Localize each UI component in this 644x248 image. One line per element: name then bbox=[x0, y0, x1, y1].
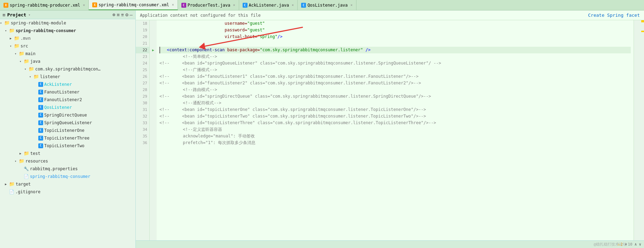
line-num-29: 29 bbox=[136, 93, 149, 100]
expand-arrow: ▾ bbox=[0, 20, 4, 26]
code-text: username= bbox=[225, 21, 247, 26]
tree-item-com[interactable]: ▾ 📁 com.sky.springrabbitmqcon… bbox=[0, 65, 135, 73]
tree-label: spring-rabbitmq-module bbox=[11, 20, 66, 26]
line-num-25: 25 bbox=[136, 67, 149, 73]
code-line-22: <context:component-scan base-package="co… bbox=[159, 47, 631, 53]
java-file-icon: C bbox=[38, 90, 43, 95]
folder-icon: 📁 bbox=[19, 158, 24, 164]
expand-arrow: ▾ bbox=[19, 58, 24, 65]
gutter-empty bbox=[150, 33, 157, 40]
code-line-26: <!-- <bean id="fanoutListener1" class="c… bbox=[159, 73, 631, 80]
tree-label: QosListener bbox=[44, 104, 72, 111]
scrollbar-track[interactable] bbox=[634, 20, 644, 240]
line-num-34: 34 bbox=[136, 126, 149, 133]
close-icon[interactable]: × bbox=[83, 3, 85, 7]
tree-label: src bbox=[21, 43, 28, 49]
tab-consumer-xml[interactable]: X spring-rabbitmq-consumer.xml × bbox=[89, 0, 178, 10]
tree-item-SpringDirectQueue[interactable]: ▶ C SpringDirectQueue bbox=[0, 111, 135, 119]
align-icon[interactable]: ≡ bbox=[117, 12, 119, 17]
tree-item-mvn[interactable]: ▶ 📁 .mvn bbox=[0, 35, 135, 42]
gutter-empty bbox=[150, 133, 157, 140]
line-num-27: 27 bbox=[136, 80, 149, 87]
tree-item-TopicListenerThree[interactable]: ▶ C TopicListenerThree bbox=[0, 134, 135, 142]
collapse-icon[interactable]: ⇈ bbox=[121, 12, 124, 17]
code-line-33: <!-- <bean id="topicListenerThree" class… bbox=[159, 120, 631, 126]
line-num-31: 31 bbox=[136, 106, 149, 113]
minimize-icon[interactable]: — bbox=[130, 12, 133, 17]
tree-label: spring-rabbitmq-consumer bbox=[30, 173, 90, 180]
tree-item-listener[interactable]: ▾ 📁 listener bbox=[0, 73, 135, 81]
expand-arrow: ▶ bbox=[19, 150, 24, 157]
sidebar-icons: ⊕ ≡ ⇈ ⚙ — bbox=[112, 12, 133, 17]
tree-item-test[interactable]: ▶ 📁 test bbox=[0, 150, 135, 157]
tree-item-FanoutListener2[interactable]: ▶ C FanoutListener2 bbox=[0, 96, 135, 104]
code-text: <!-- <bean id="fanoutListener1" class="c… bbox=[159, 74, 418, 79]
tree-item-TopicListenerTwo[interactable]: ▶ C TopicListenerTwo bbox=[0, 142, 135, 150]
code-text: <!-- <bean id="topicListenerThree" class… bbox=[159, 120, 436, 125]
up-button[interactable]: ∧ bbox=[635, 242, 637, 247]
gutter-run-icon[interactable]: ▶ bbox=[150, 47, 157, 53]
tree-label: FanoutListener bbox=[44, 89, 79, 95]
code-text: <!--路由模式--> bbox=[183, 87, 217, 92]
gutter-empty bbox=[150, 140, 157, 146]
tab-producer-test[interactable]: C ProducerTest.java × bbox=[178, 0, 239, 10]
line-num-19: 19 bbox=[136, 27, 149, 33]
cog-icon[interactable]: ⊕ bbox=[112, 12, 115, 17]
code-text: acknowledge="manual": 手动签收 bbox=[183, 134, 255, 138]
tab-qos-listener[interactable]: C QosListener.java × bbox=[298, 0, 356, 10]
code-text: /> bbox=[366, 47, 370, 52]
create-spring-facet-button[interactable]: Create Spring facet bbox=[588, 13, 640, 18]
tree-item-root[interactable]: ▾ 📁 spring-rabbitmq-module bbox=[0, 19, 135, 27]
tree-item-main[interactable]: ▾ 📁 main bbox=[0, 50, 135, 58]
code-line-34: <!--定义监听器容器 bbox=[159, 126, 631, 133]
xml-file-icon: 📄 bbox=[24, 173, 29, 180]
line-num-24: 24 bbox=[136, 60, 149, 67]
close-icon[interactable]: × bbox=[292, 3, 294, 7]
tree-item-SpringQueueListener[interactable]: ▶ C SpringQueueListener bbox=[0, 119, 135, 127]
tree-label: resources bbox=[25, 158, 48, 164]
gutter-empty bbox=[150, 60, 157, 67]
tree-label: target bbox=[16, 181, 31, 187]
down-button[interactable]: ∨ bbox=[639, 242, 641, 247]
code-line-25: <!--广播模式--> bbox=[159, 67, 631, 73]
sidebar-header: ▤ Project ▾ ⊕ ≡ ⇈ ⚙ — bbox=[0, 10, 135, 19]
code-text: prefetch="1": 每次抓取多少条消息 bbox=[183, 140, 256, 145]
tree-item-AckListener[interactable]: ▶ C AckListener bbox=[0, 81, 135, 88]
code-text: <!-- <bean id="springQueueListener" clas… bbox=[159, 61, 441, 66]
tree-item-TopicListenerOne[interactable]: ▶ C TopicListenerOne bbox=[0, 127, 135, 134]
tab-producer-xml[interactable]: X spring-rabbitmq-producer.xml × bbox=[0, 0, 89, 10]
code-content[interactable]: username="guest" password="guest" virtua… bbox=[157, 20, 634, 240]
line-num-32: 32 bbox=[136, 113, 149, 120]
line-num-36: 36 bbox=[136, 140, 149, 146]
tree-item-rabbitmq-prop[interactable]: ▶ 🔧 rabbitmq.properties bbox=[0, 165, 135, 173]
expand-arrow: ▾ bbox=[10, 43, 14, 49]
tree-item-java[interactable]: ▾ 📁 java bbox=[0, 58, 135, 65]
tab-ack-listener[interactable]: C AckListener.java × bbox=[239, 0, 298, 10]
code-text: password= bbox=[225, 28, 247, 32]
tree-item-gitignore[interactable]: ▶ 📄 .gitignore bbox=[0, 188, 135, 196]
tree-item-consumer[interactable]: ▾ 📁 spring-rabbitmq-consumer bbox=[0, 27, 135, 35]
tab-label: QosListener.java bbox=[307, 3, 348, 8]
tree-item-src[interactable]: ▾ 📁 src bbox=[0, 42, 135, 50]
code-text: /> bbox=[277, 34, 282, 39]
close-icon[interactable]: × bbox=[351, 3, 353, 7]
tree-item-resources[interactable]: ▾ 📁 resources bbox=[0, 157, 135, 165]
dropdown-arrow[interactable]: ▾ bbox=[28, 13, 30, 17]
prop-file-icon: 🔧 bbox=[24, 166, 29, 172]
close-icon[interactable]: × bbox=[172, 3, 174, 7]
close-icon[interactable]: × bbox=[233, 3, 235, 7]
gutter-empty bbox=[150, 113, 157, 120]
settings-icon[interactable]: ⚙ bbox=[125, 12, 128, 17]
gutter-empty bbox=[150, 27, 157, 33]
tree-item-spring-consumer-xml[interactable]: ▶ 📄 spring-rabbitmq-consumer bbox=[0, 173, 135, 180]
code-line-35: acknowledge="manual": 手动签收 bbox=[159, 133, 631, 140]
java-icon: C bbox=[243, 3, 248, 8]
tree-item-FanoutListener[interactable]: ▶ C FanoutListener bbox=[0, 88, 135, 96]
code-line-18: username="guest" bbox=[159, 20, 631, 27]
tree-item-QosListener[interactable]: ▶ C QosListener bbox=[0, 104, 135, 111]
folder-icon: 📁 bbox=[19, 51, 24, 57]
gutter-empty bbox=[150, 120, 157, 126]
java-file-icon: C bbox=[38, 136, 43, 141]
tree-item-target[interactable]: ▶ 📁 target bbox=[0, 180, 135, 188]
watermark: @稳扎稳打技术论坛 bbox=[594, 242, 627, 247]
